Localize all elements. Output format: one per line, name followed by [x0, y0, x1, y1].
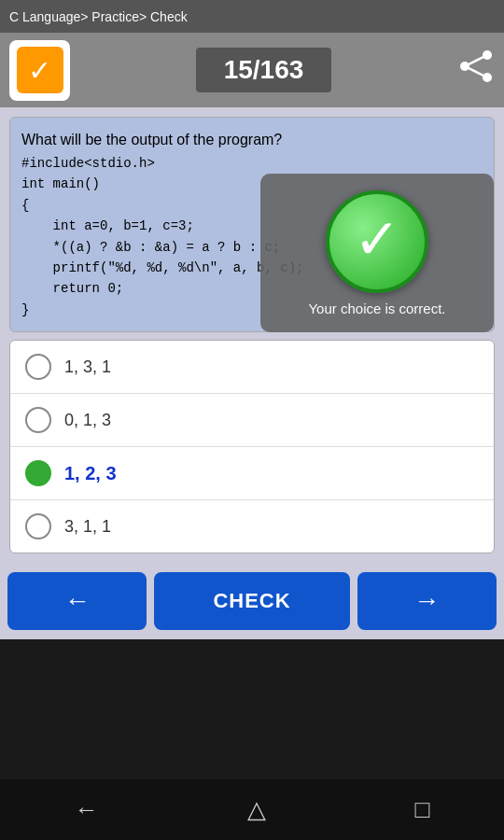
options-area: 1, 3, 1 0, 1, 3 1, 2, 3 3, 1, 1 — [9, 340, 495, 553]
question-text: What will be the output of the program? — [21, 129, 483, 151]
check-label: CHECK — [213, 589, 290, 612]
header: ✓ 15/163 — [0, 33, 504, 107]
big-check-icon: ✓ — [354, 212, 400, 268]
bottom-nav-bar: ← △ □ — [0, 779, 504, 840]
radio-option-4[interactable] — [25, 513, 51, 539]
share-icon[interactable] — [457, 49, 495, 91]
home-nav-icon[interactable]: △ — [247, 795, 266, 824]
svg-line-4 — [465, 66, 487, 77]
option-label-2: 0, 1, 3 — [64, 411, 111, 430]
bottom-buttons: ← CHECK → — [0, 563, 504, 639]
next-button[interactable]: → — [357, 572, 497, 630]
option-row[interactable]: 3, 1, 1 — [10, 500, 494, 553]
prev-button[interactable]: ← — [7, 572, 147, 630]
breadcrumb-text: C Language> Practice> Check — [9, 9, 188, 24]
question-box: What will be the output of the program? … — [9, 117, 495, 332]
option-label-4: 3, 1, 1 — [64, 517, 111, 537]
option-label-1: 1, 3, 1 — [64, 357, 111, 377]
next-arrow-icon: → — [413, 586, 440, 616]
correct-popup: ✓ Your choice is correct. — [260, 174, 494, 332]
radio-option-2[interactable] — [25, 407, 51, 433]
option-label-3: 1, 2, 3 — [64, 463, 117, 484]
prev-arrow-icon: ← — [64, 586, 91, 616]
progress-counter: 15/163 — [196, 48, 332, 92]
option-row-selected[interactable]: 1, 2, 3 — [10, 447, 494, 500]
app-icon: ✓ — [9, 40, 70, 101]
svg-line-3 — [465, 55, 487, 66]
recents-nav-icon[interactable]: □ — [415, 795, 430, 824]
green-check-circle: ✓ — [326, 190, 428, 293]
correct-message: Your choice is correct. — [308, 301, 445, 316]
breadcrumb-bar: C Language> Practice> Check — [0, 0, 504, 33]
main-content: What will be the output of the program? … — [0, 107, 504, 563]
back-nav-icon[interactable]: ← — [75, 795, 99, 824]
radio-option-1[interactable] — [25, 354, 51, 380]
check-button[interactable]: CHECK — [154, 572, 349, 630]
option-row[interactable]: 1, 3, 1 — [10, 341, 494, 394]
radio-option-3[interactable] — [25, 460, 51, 486]
option-row[interactable]: 0, 1, 3 — [10, 394, 494, 447]
orange-check-icon: ✓ — [17, 47, 63, 93]
check-symbol: ✓ — [28, 54, 51, 87]
